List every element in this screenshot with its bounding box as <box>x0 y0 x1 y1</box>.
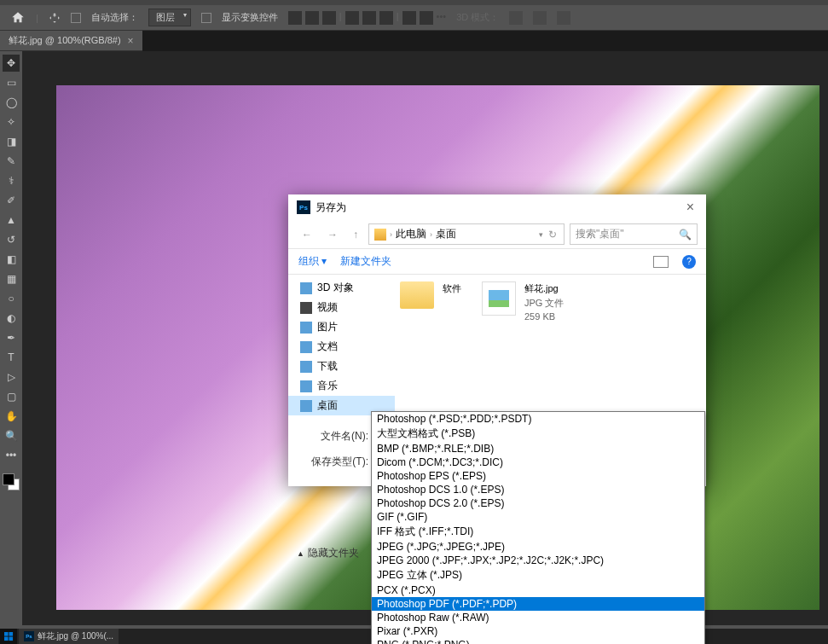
align-icon[interactable] <box>288 11 302 25</box>
align-icons: | | ••• <box>288 11 446 25</box>
photoshop-icon: Ps <box>297 200 310 214</box>
chevron-down-icon[interactable]: ▾ <box>539 230 543 239</box>
3d-icon <box>557 11 570 25</box>
history-brush-tool[interactable]: ↺ <box>3 231 20 248</box>
filetype-options-list[interactable]: Photoshop (*.PSD;*.PDD;*.PSDT)大型文档格式 (*.… <box>371 411 705 644</box>
home-icon[interactable] <box>10 10 26 26</box>
auto-select-label: 自动选择： <box>91 11 138 24</box>
show-transform-checkbox[interactable] <box>201 13 211 23</box>
forward-icon[interactable]: → <box>322 227 343 242</box>
healing-tool[interactable]: ⚕ <box>3 172 20 189</box>
sidebar-item[interactable]: 音乐 <box>288 376 395 396</box>
move-tool[interactable]: ✥ <box>3 55 20 72</box>
shape-tool[interactable]: ▢ <box>3 388 20 405</box>
folder-icon <box>400 281 434 309</box>
eyedropper-tool[interactable]: ✎ <box>3 153 20 170</box>
format-option[interactable]: JPEG (*.JPG;*.JPEG;*.JPE) <box>372 540 704 554</box>
folder-icon <box>300 322 312 334</box>
svg-rect-3 <box>9 636 13 641</box>
format-option[interactable]: Pixar (*.PXR) <box>372 624 704 638</box>
options-bar: | 自动选择： 图层 显示变换控件 | | ••• 3D 模式： <box>0 5 828 31</box>
format-option[interactable]: 大型文档格式 (*.PSB) <box>372 426 704 442</box>
new-folder-button[interactable]: 新建文件夹 <box>340 254 391 269</box>
hand-tool[interactable]: ✋ <box>3 408 20 425</box>
format-option[interactable]: Photoshop Raw (*.RAW) <box>372 611 704 624</box>
sidebar-item[interactable]: 图片 <box>288 317 395 337</box>
svg-rect-2 <box>4 636 9 641</box>
breadcrumb-desktop[interactable]: 桌面 <box>436 227 456 241</box>
layer-target-dropdown[interactable]: 图层 <box>148 9 191 26</box>
show-transform-label: 显示变换控件 <box>222 11 278 24</box>
crop-tool[interactable]: ◨ <box>3 133 20 150</box>
hide-folders-toggle[interactable]: ▲ 隐藏文件夹 <box>297 546 359 560</box>
sidebar-item[interactable]: 3D 对象 <box>288 278 395 298</box>
format-option[interactable]: JPEG 立体 (*.JPS) <box>372 567 704 583</box>
folder-icon <box>300 341 312 353</box>
magic-wand-tool[interactable]: ✧ <box>3 113 20 131</box>
folder-icon <box>300 380 312 392</box>
organize-dropdown[interactable]: 组织 ▾ <box>298 254 327 269</box>
pen-tool[interactable]: ✒ <box>3 329 20 346</box>
sidebar-item[interactable]: 下载 <box>288 357 395 376</box>
close-icon[interactable]: × <box>683 200 698 215</box>
dist-icon[interactable] <box>420 11 433 25</box>
dist-icon[interactable] <box>402 11 416 25</box>
back-icon[interactable]: ← <box>297 227 317 242</box>
help-icon[interactable]: ? <box>682 255 696 269</box>
gradient-tool[interactable]: ▦ <box>3 270 20 287</box>
sidebar-item[interactable]: 文档 <box>288 337 395 357</box>
list-item[interactable]: 软件 <box>400 281 461 309</box>
format-option[interactable]: PNG (*.PNG;*.PNG) <box>372 638 704 644</box>
format-option[interactable]: BMP (*.BMP;*.RLE;*.DIB) <box>372 442 704 455</box>
foreground-color[interactable] <box>3 473 14 485</box>
dist-icon[interactable] <box>345 11 359 25</box>
list-item[interactable]: 鲜花.jpg JPG 文件 259 KB <box>482 281 564 324</box>
breadcrumb[interactable]: › 此电脑 › 桌面 ▾ ↻ <box>368 223 565 245</box>
taskbar-app[interactable]: Ps 鲜花.jpg @ 100%(... <box>19 629 119 644</box>
sidebar-item[interactable]: 视频 <box>288 298 395 317</box>
breadcrumb-pc[interactable]: 此电脑 <box>396 227 426 241</box>
color-swatches[interactable] <box>3 473 20 490</box>
format-option[interactable]: Photoshop PDF (*.PDF;*.PDP) <box>372 597 704 611</box>
align-icon[interactable] <box>305 11 319 25</box>
format-option[interactable]: IFF 格式 (*.IFF;*.TDI) <box>372 524 704 540</box>
format-option[interactable]: JPEG 2000 (*.JPF;*.JPX;*.JP2;*.J2C;*.J2K… <box>372 554 704 567</box>
more-tool[interactable]: ••• <box>3 447 20 464</box>
blur-tool[interactable]: ○ <box>3 290 20 307</box>
format-option[interactable]: Photoshop EPS (*.EPS) <box>372 469 704 483</box>
format-option[interactable]: Photoshop DCS 1.0 (*.EPS) <box>372 483 704 496</box>
dodge-tool[interactable]: ◐ <box>3 310 20 327</box>
up-icon[interactable]: ↑ <box>348 227 363 242</box>
marquee-tool[interactable]: ▭ <box>3 74 20 91</box>
format-option[interactable]: GIF (*.GIF) <box>372 510 704 524</box>
document-tab[interactable]: 鲜花.jpg @ 100%(RGB/8#) × <box>0 31 142 51</box>
folder-icon <box>374 229 386 241</box>
refresh-icon[interactable]: ↻ <box>547 229 559 241</box>
dist-icon[interactable] <box>362 11 376 25</box>
folder-icon <box>300 282 312 294</box>
format-option[interactable]: Photoshop (*.PSD;*.PDD;*.PSDT) <box>372 412 704 426</box>
close-icon[interactable]: × <box>128 35 134 47</box>
path-select-tool[interactable]: ▷ <box>3 368 20 386</box>
align-icon[interactable] <box>322 11 336 25</box>
svg-rect-0 <box>4 632 9 636</box>
eraser-tool[interactable]: ◧ <box>3 251 20 268</box>
view-options-icon[interactable] <box>653 256 669 268</box>
start-button[interactable] <box>0 629 17 644</box>
stamp-tool[interactable]: ▲ <box>3 212 20 229</box>
file-list: 软件 鲜花.jpg JPG 文件 259 KB <box>395 275 706 419</box>
sidebar-item-label: 3D 对象 <box>317 281 354 295</box>
format-option[interactable]: PCX (*.PCX) <box>372 583 704 597</box>
sidebar-item-label: 图片 <box>317 320 338 334</box>
format-option[interactable]: Photoshop DCS 2.0 (*.EPS) <box>372 496 704 510</box>
zoom-tool[interactable]: 🔍 <box>3 427 20 444</box>
lasso-tool[interactable]: ◯ <box>3 94 20 111</box>
type-tool[interactable]: T <box>3 349 20 366</box>
dist-icon[interactable] <box>379 11 393 25</box>
format-option[interactable]: Dicom (*.DCM;*.DC3;*.DIC) <box>372 455 704 469</box>
brush-tool[interactable]: ✐ <box>3 192 20 209</box>
auto-select-checkbox[interactable] <box>71 13 81 23</box>
filetype-label: 保存类型(T): <box>300 455 368 469</box>
search-placeholder: 搜索"桌面" <box>576 227 624 241</box>
search-input[interactable]: 搜索"桌面" 🔍 <box>570 223 698 245</box>
